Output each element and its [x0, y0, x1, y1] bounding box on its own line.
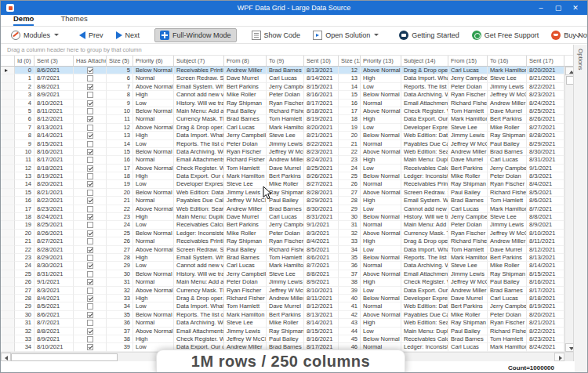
- table-row[interactable]: 208/26/202125Below NormalLedger: Inconsi…: [1, 230, 564, 237]
- grid-cell[interactable]: Brad Barnes: [488, 287, 527, 295]
- checkbox-unchecked-icon[interactable]: [87, 255, 93, 261]
- grid-cell[interactable]: 8/17/2021: [304, 100, 339, 107]
- grid-cell[interactable]: 12: [339, 67, 361, 74]
- grid-cell[interactable]: 8/30/2021: [304, 205, 339, 213]
- grid-cell[interactable]: Email Attachments...: [401, 100, 448, 107]
- table-row[interactable]: 138/19/202118HighData Export. Our c...Ma…: [1, 172, 564, 180]
- grid-cell[interactable]: 19: [15, 221, 34, 229]
- grid-cell[interactable]: 8/11/2021: [304, 295, 339, 302]
- grid-cell[interactable]: Normal: [361, 302, 401, 310]
- grid-cell[interactable]: Check Register. We...: [174, 165, 224, 172]
- grid-cell[interactable]: 13: [15, 172, 34, 180]
- checkbox-unchecked-icon[interactable]: [87, 303, 93, 310]
- row-indicator[interactable]: [1, 132, 15, 139]
- grid-cell[interactable]: 8/12/2021: [304, 302, 339, 310]
- tab-demo[interactable]: Demo: [13, 14, 34, 26]
- column-header[interactable]: Id (0): [15, 56, 34, 66]
- grid-cell[interactable]: 8/21/2021: [527, 74, 564, 82]
- grid-cell[interactable]: Data Import. What...: [174, 302, 224, 310]
- grid-cell[interactable]: 0: [15, 67, 34, 74]
- grid-cell[interactable]: 8/24/2021: [34, 213, 74, 221]
- grid-cell[interactable]: 8/4/2021: [527, 180, 564, 188]
- row-indicator[interactable]: [1, 270, 15, 278]
- row-indicator[interactable]: [1, 343, 15, 351]
- grid-cell[interactable]: 37: [339, 270, 361, 278]
- grid-cell[interactable]: [74, 165, 107, 172]
- table-row[interactable]: 178/23/202122Above NormalWeb Edition: Se…: [1, 205, 564, 213]
- grid-cell[interactable]: 8/17/2021: [527, 287, 564, 295]
- grid-cell[interactable]: Normal: [133, 197, 174, 205]
- grid-cell[interactable]: 8/7/2021: [304, 262, 339, 270]
- grid-cell[interactable]: Dave Murrel: [267, 165, 304, 172]
- grid-cell[interactable]: 33: [107, 295, 133, 302]
- grid-cell[interactable]: Developer Express...: [174, 180, 224, 188]
- grid-cell[interactable]: High: [361, 115, 401, 123]
- row-indicator[interactable]: [1, 189, 15, 197]
- grid-cell[interactable]: 36: [339, 262, 361, 270]
- grid-cell[interactable]: 8/14/2021: [34, 132, 74, 139]
- grid-cell[interactable]: Jimmy Lewis: [448, 270, 488, 278]
- grid-cell[interactable]: [74, 115, 107, 123]
- grid-cell[interactable]: 8/6/2021: [527, 197, 564, 205]
- grid-cell[interactable]: Jimmy Lewis: [224, 189, 267, 197]
- grid-cell[interactable]: Low: [361, 83, 401, 91]
- grid-cell[interactable]: 8/7/2021: [34, 319, 74, 327]
- column-header[interactable]: Has Attachm...: [74, 56, 107, 66]
- grid-cell[interactable]: Email System. Wha...: [401, 197, 448, 205]
- grid-cell[interactable]: Carl Lucas: [448, 343, 488, 351]
- grid-cell[interactable]: 20: [339, 132, 361, 139]
- grid-cell[interactable]: Mark Hamilton: [488, 205, 527, 213]
- grid-cell[interactable]: Steve Lee: [448, 262, 488, 270]
- grid-cell[interactable]: High: [361, 74, 401, 82]
- grid-cell[interactable]: 23: [107, 213, 133, 221]
- grid-cell[interactable]: [74, 278, 107, 286]
- table-row[interactable]: 18/7/20216NormalScreen Redraw. So...Dave…: [1, 74, 564, 82]
- grid-cell[interactable]: 6: [15, 115, 34, 123]
- checkbox-checked-icon[interactable]: [87, 247, 93, 253]
- grid-cell[interactable]: Paul Bailey: [267, 335, 304, 343]
- grid-cell[interactable]: Steve Lee: [488, 74, 527, 82]
- grid-cell[interactable]: [74, 254, 107, 262]
- grid-cell[interactable]: 15: [15, 189, 34, 197]
- grid-cell[interactable]: Ray Shipman: [488, 270, 527, 278]
- grid-cell[interactable]: [74, 237, 107, 245]
- grid-cell[interactable]: Data Import. What...: [401, 74, 448, 82]
- grid-cell[interactable]: Normal: [133, 74, 174, 82]
- grid-cell[interactable]: 26: [339, 180, 361, 188]
- grid-cell[interactable]: Currency Mask. Th...: [401, 230, 448, 237]
- table-row[interactable]: 278/3/202132Above NormalCurrency Mask. T…: [1, 287, 564, 295]
- grid-cell[interactable]: 8/22/2021: [34, 197, 74, 205]
- grid-cell[interactable]: Drag & Drop oper...: [174, 295, 224, 302]
- grid-cell[interactable]: Above Normal: [361, 270, 401, 278]
- grid-cell[interactable]: Tom Hamlett: [224, 165, 267, 172]
- grid-cell[interactable]: Tom Hamlett: [448, 246, 488, 254]
- scroll-left-button[interactable]: [1, 353, 11, 361]
- checkbox-checked-icon[interactable]: [87, 328, 93, 335]
- grid-cell[interactable]: 9: [107, 100, 133, 107]
- grid-cell[interactable]: Below Normal: [361, 172, 401, 180]
- grid-cell[interactable]: Richard Fisher: [267, 246, 304, 254]
- grid-cell[interactable]: Bert Parkins: [267, 172, 304, 180]
- table-row[interactable]: 269/1/202131NormalMain Menu: Add a...Pet…: [1, 278, 564, 286]
- grid-cell[interactable]: 9/1/2021: [34, 278, 74, 286]
- grid-cell[interactable]: 8/27/2021: [304, 180, 339, 188]
- row-indicator[interactable]: [1, 140, 15, 148]
- grid-cell[interactable]: Ryan Fischer: [448, 91, 488, 99]
- getting-started-button[interactable]: Getting Started: [394, 28, 465, 42]
- table-row[interactable]: 308/6/202135Below NormalReports. The lis…: [1, 311, 564, 319]
- grid-cell[interactable]: Peter Dolan: [267, 91, 304, 99]
- grid-cell[interactable]: Mike Roller: [488, 124, 527, 132]
- grid-cell[interactable]: Above Normal: [361, 189, 401, 197]
- row-indicator[interactable]: [1, 172, 15, 180]
- checkbox-checked-icon[interactable]: [87, 230, 93, 237]
- grid-cell[interactable]: 8/15/2021: [304, 328, 339, 335]
- grid-cell[interactable]: 40: [339, 295, 361, 302]
- grid-cell[interactable]: Cannot add new ve...: [174, 262, 224, 270]
- grid-cell[interactable]: 33: [15, 335, 34, 343]
- grid-cell[interactable]: [74, 172, 107, 180]
- table-row[interactable]: 158/21/202120Below NormalWeb Edition: Da…: [1, 189, 564, 197]
- table-row[interactable]: 148/20/202119LowDeveloper Express...Stev…: [1, 180, 564, 188]
- grid-cell[interactable]: Jeffrey W McClain: [267, 287, 304, 295]
- table-row[interactable]: 88/14/202113HighData Import. What...Jerr…: [1, 132, 564, 139]
- table-row[interactable]: 238/29/202128HighEmail System. Wha...Bra…: [1, 254, 564, 262]
